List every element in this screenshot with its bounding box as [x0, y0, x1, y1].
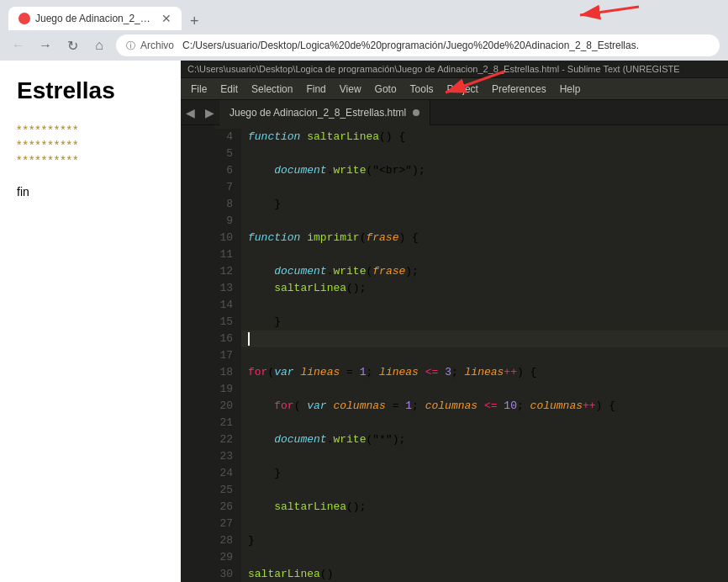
- menu-find[interactable]: Find: [299, 82, 332, 97]
- stars-row-3: **********: [17, 153, 168, 167]
- stars-row-1: **********: [17, 123, 168, 136]
- menu-view[interactable]: View: [333, 82, 368, 97]
- browser-tab[interactable]: Juego de Adinacion_2_8_Estrel... ✕: [8, 7, 182, 30]
- reload-button[interactable]: ↻: [62, 35, 82, 56]
- tab-title: Juego de Adinacion_2_8_Estrel...: [35, 13, 153, 24]
- tab-close-button[interactable]: ✕: [161, 12, 171, 25]
- address-input[interactable]: ⓘ Archivo C:/Users/usuario/Desktop/Logic…: [116, 34, 720, 56]
- menu-tools[interactable]: Tools: [404, 82, 440, 97]
- code-editor[interactable]: 4function saltarLinea() {56 document.wri…: [214, 125, 728, 582]
- tab-prev-button[interactable]: ◀: [181, 106, 200, 119]
- new-tab-button[interactable]: +: [185, 13, 204, 30]
- stars-section: ********** ********** **********: [0, 113, 185, 177]
- menu-selection[interactable]: Selection: [245, 82, 299, 97]
- sublime-window: C:\Users\usuario\Desktop\Logica de progr…: [181, 61, 728, 582]
- back-button[interactable]: ←: [8, 35, 29, 56]
- forward-button[interactable]: →: [35, 35, 55, 56]
- sublime-tab-modified-dot: [413, 109, 419, 116]
- code-area[interactable]: 4function saltarLinea() {56 document.wri…: [181, 125, 728, 582]
- menu-preferences[interactable]: Preferences: [485, 82, 553, 97]
- menu-goto[interactable]: Goto: [368, 82, 404, 97]
- sublime-menubar: File Edit Selection Find View Goto Tools…: [181, 78, 728, 100]
- browser-viewport: Estrellas ********** ********** ********…: [0, 61, 185, 582]
- menu-help[interactable]: Help: [553, 82, 588, 97]
- home-button[interactable]: ⌂: [89, 35, 109, 56]
- tab-next-button[interactable]: ▶: [200, 106, 219, 119]
- menu-project[interactable]: Project: [440, 82, 485, 97]
- lock-icon: ⓘ: [126, 40, 135, 52]
- address-url: C:/Users/usuario/Desktop/Logica%20de%20p…: [182, 40, 639, 51]
- address-bar: ← → ↻ ⌂ ⓘ Archivo C:/Users/usuario/Deskt…: [0, 30, 728, 61]
- line-numbers-gutter: [181, 125, 214, 582]
- menu-file[interactable]: File: [184, 82, 214, 97]
- menu-edit[interactable]: Edit: [214, 82, 245, 97]
- page-title: Estrellas: [0, 61, 185, 113]
- sublime-tab-label: Juego de Adinacion_2_8_Estrellas.html: [229, 107, 406, 119]
- tab-favicon: [18, 13, 30, 24]
- browser-chrome: Juego de Adinacion_2_8_Estrel... ✕ + ← →…: [0, 0, 728, 61]
- page-fin: fin: [0, 177, 185, 207]
- sublime-tab-bar: ◀ ▶ Juego de Adinacion_2_8_Estrellas.htm…: [181, 100, 728, 125]
- stars-row-2: **********: [17, 138, 168, 151]
- sublime-tab-active[interactable]: Juego de Adinacion_2_8_Estrellas.html: [219, 100, 430, 125]
- address-protocol: Archivo: [140, 40, 174, 51]
- tab-bar: Juego de Adinacion_2_8_Estrel... ✕ +: [0, 0, 728, 30]
- sublime-titlebar: C:\Users\usuario\Desktop\Logica de progr…: [181, 61, 728, 78]
